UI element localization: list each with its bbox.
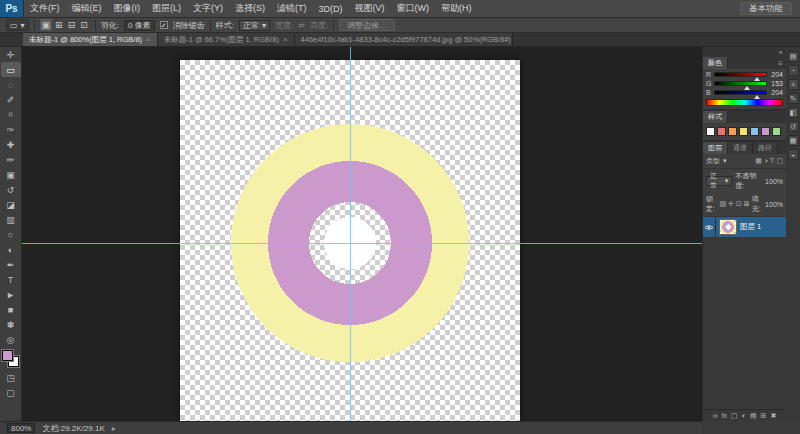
menu-help[interactable]: 帮助(H) bbox=[435, 0, 478, 17]
character-panel-icon[interactable]: ▦ bbox=[788, 135, 799, 146]
blend-mode-select[interactable]: 正常 ▾ bbox=[706, 176, 732, 186]
antialias-checkbox[interactable]: ✓ bbox=[160, 21, 168, 29]
style-swatch[interactable] bbox=[706, 127, 715, 136]
blur-tool-button[interactable]: ○ bbox=[1, 227, 21, 242]
type-tool-button[interactable]: T bbox=[1, 272, 21, 287]
filter-shape-layers-icon[interactable]: ▢ bbox=[776, 157, 783, 165]
path-selection-tool-button[interactable]: ► bbox=[1, 287, 21, 302]
layer-row-1[interactable]: 图层 1 bbox=[703, 217, 786, 237]
color-spectrum-ramp[interactable] bbox=[706, 99, 783, 106]
green-value[interactable]: 153 bbox=[769, 80, 783, 87]
subtract-selection-icon[interactable]: ⊟ bbox=[66, 19, 78, 31]
close-icon[interactable]: × bbox=[146, 35, 151, 44]
style-swatch[interactable] bbox=[739, 127, 748, 136]
feather-input[interactable]: 0 像素 bbox=[124, 20, 155, 31]
fill-value[interactable]: 100% bbox=[765, 201, 783, 208]
link-layers-icon[interactable]: ∞ bbox=[713, 412, 718, 419]
adjustments-panel-icon[interactable]: ▤ bbox=[788, 51, 799, 62]
red-value[interactable]: 204 bbox=[769, 71, 783, 78]
style-swatch[interactable] bbox=[728, 127, 737, 136]
eyedropper-tool-button[interactable]: ✑ bbox=[1, 122, 21, 137]
marquee-tool-button[interactable]: ▭ bbox=[1, 62, 21, 77]
gradient-panel-icon[interactable]: ◧ bbox=[788, 107, 799, 118]
zoom-tool-button[interactable]: ◎ bbox=[1, 332, 21, 347]
document-tab-2[interactable]: 未标题-1 @ 66.7%(图层 1, RGB/8) × bbox=[158, 33, 295, 46]
menu-window[interactable]: 窗口(W) bbox=[391, 0, 436, 17]
layer-visibility-toggle[interactable] bbox=[703, 217, 716, 237]
eraser-tool-button[interactable]: ◪ bbox=[1, 197, 21, 212]
properties-panel-icon[interactable]: ◒ bbox=[788, 149, 799, 160]
intersect-selection-icon[interactable]: ⊡ bbox=[78, 19, 90, 31]
screen-mode-button[interactable]: ▢ bbox=[1, 385, 21, 400]
swap-dimensions-icon[interactable]: ⇄ bbox=[298, 21, 305, 30]
tool-preset-picker[interactable]: ▭ ▾ bbox=[6, 19, 29, 31]
add-mask-icon[interactable]: ▢ bbox=[731, 412, 738, 420]
canvas-viewport[interactable] bbox=[22, 47, 702, 421]
zoom-level-input[interactable]: 800% bbox=[7, 423, 35, 433]
lasso-tool-button[interactable]: ◌ bbox=[1, 77, 21, 92]
layer-style-icon[interactable]: fx bbox=[722, 412, 727, 419]
new-group-icon[interactable]: ▤ bbox=[750, 412, 757, 420]
menu-view[interactable]: 视图(V) bbox=[349, 0, 391, 17]
filter-type-layers-icon[interactable]: T bbox=[770, 157, 774, 165]
menu-select[interactable]: 选择(S) bbox=[229, 0, 271, 17]
opacity-value[interactable]: 100% bbox=[765, 178, 783, 185]
document-tab-1[interactable]: 未标题-1 @ 800%(图层 1, RGB/8) × bbox=[23, 33, 158, 46]
tab-paths[interactable]: 路径 bbox=[753, 142, 778, 154]
delete-layer-icon[interactable]: ✖ bbox=[770, 412, 776, 420]
foreground-color-swatch[interactable] bbox=[2, 350, 13, 361]
status-menu-arrow-icon[interactable]: ▸ bbox=[112, 424, 116, 433]
new-selection-icon[interactable]: ▣ bbox=[40, 19, 53, 31]
menu-type[interactable]: 文字(Y) bbox=[187, 0, 229, 17]
tab-color[interactable]: 颜色 bbox=[703, 57, 728, 69]
lock-transparency-icon[interactable]: ▨ bbox=[719, 200, 726, 208]
clone-stamp-tool-button[interactable]: ▣ bbox=[1, 167, 21, 182]
add-selection-icon[interactable]: ⊞ bbox=[53, 19, 65, 31]
workspace-switcher-button[interactable]: 基本功能 bbox=[740, 2, 792, 15]
gradient-tool-button[interactable]: ▥ bbox=[1, 212, 21, 227]
pen-tool-button[interactable]: ✒ bbox=[1, 257, 21, 272]
red-slider[interactable] bbox=[714, 72, 767, 77]
brush-tool-button[interactable]: ✏ bbox=[1, 152, 21, 167]
collapse-panels-button[interactable]: » bbox=[779, 48, 783, 57]
style-swatch[interactable] bbox=[717, 127, 726, 136]
move-tool-button[interactable]: ✛ bbox=[1, 47, 21, 62]
hand-tool-button[interactable]: ✽ bbox=[1, 317, 21, 332]
layer-thumbnail[interactable] bbox=[719, 219, 737, 235]
document-tab-3[interactable]: 446e4f10c-fab1-4833-8c4c-c2d5f977874d.jp… bbox=[295, 33, 513, 46]
vertical-guide[interactable] bbox=[350, 47, 351, 421]
info-panel-icon[interactable]: ◔ bbox=[788, 65, 799, 76]
crop-tool-button[interactable]: ⌗ bbox=[1, 107, 21, 122]
lock-all-icon[interactable]: ⊠ bbox=[744, 200, 750, 208]
style-swatch[interactable] bbox=[750, 127, 759, 136]
lock-pixels-icon[interactable]: ⊡ bbox=[736, 200, 742, 208]
dodge-tool-button[interactable]: ◐ bbox=[1, 242, 21, 257]
style-swatch[interactable] bbox=[772, 127, 781, 136]
brush-panel-icon[interactable]: ✎ bbox=[788, 93, 799, 104]
style-swatch[interactable] bbox=[761, 127, 770, 136]
menu-edit[interactable]: 编辑(E) bbox=[66, 0, 108, 17]
adjustment-layer-icon[interactable]: ◐ bbox=[742, 412, 746, 419]
history-brush-tool-button[interactable]: ↺ bbox=[1, 182, 21, 197]
filter-pixel-layers-icon[interactable]: ▦ bbox=[755, 157, 762, 165]
refine-edge-button[interactable]: 调整边缘… bbox=[339, 19, 395, 31]
quick-selection-tool-button[interactable]: ✐ bbox=[1, 92, 21, 107]
layer-name[interactable]: 图层 1 bbox=[740, 222, 761, 232]
menu-image[interactable]: 图像(I) bbox=[108, 0, 147, 17]
close-icon[interactable]: × bbox=[283, 35, 288, 44]
histogram-panel-icon[interactable]: ≡ bbox=[788, 79, 799, 90]
new-layer-icon[interactable]: ⊞ bbox=[761, 412, 767, 420]
horizontal-guide[interactable] bbox=[22, 243, 702, 244]
chevron-down-icon[interactable]: ▾ bbox=[723, 157, 727, 165]
menu-layer[interactable]: 图层(L) bbox=[146, 0, 187, 17]
tab-styles[interactable]: 样式 bbox=[703, 111, 728, 123]
blue-value[interactable]: 204 bbox=[769, 89, 783, 96]
style-select[interactable]: 正常 ▾ bbox=[239, 20, 270, 31]
menu-filter[interactable]: 滤镜(T) bbox=[271, 0, 313, 17]
menu-3d[interactable]: 3D(D) bbox=[313, 0, 349, 17]
green-slider[interactable] bbox=[714, 81, 767, 86]
blue-slider[interactable] bbox=[714, 90, 767, 95]
lock-position-icon[interactable]: ✛ bbox=[728, 200, 734, 208]
filter-adjustment-layers-icon[interactable]: ◑ bbox=[764, 157, 768, 165]
menu-file[interactable]: 文件(F) bbox=[24, 0, 66, 17]
